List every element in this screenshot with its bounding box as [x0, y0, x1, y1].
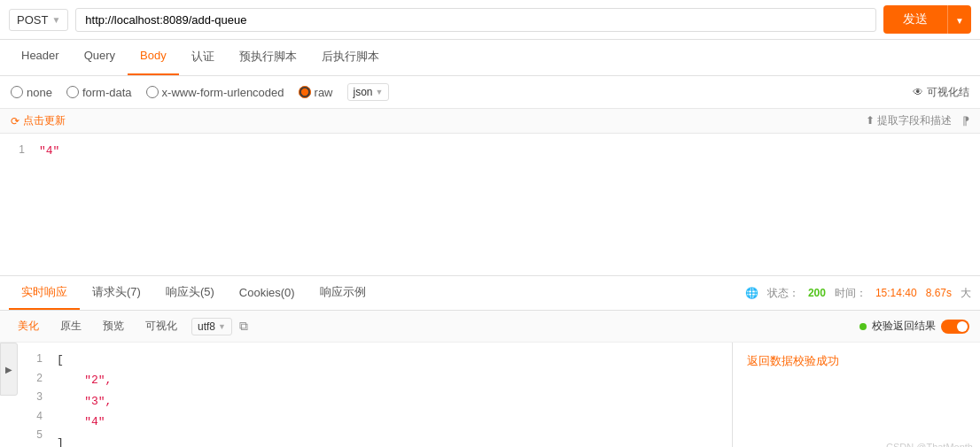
resp-line-num-4: 4: [25, 407, 43, 427]
nav-tabs: Header Query Body 认证 预执行脚本 后执行脚本: [0, 40, 980, 76]
validate-toggle: 校验返回结果: [859, 319, 969, 334]
tab-query[interactable]: Query: [72, 40, 128, 75]
response-status: 🌐 状态： 200 时间： 15:14:40 8.67s 大: [745, 286, 971, 301]
extract-button[interactable]: ⬆ 提取字段和描述: [866, 113, 952, 128]
size-unit: 大: [961, 286, 971, 301]
code-editor[interactable]: 1 "4": [0, 134, 980, 275]
time-label: 时间：: [835, 286, 867, 301]
radio-none-label: none: [27, 86, 52, 99]
collapse-button[interactable]: ▶: [0, 343, 18, 396]
method-selector[interactable]: POST ▼: [9, 9, 68, 31]
update-icon: ⟳: [11, 115, 19, 127]
radio-raw[interactable]: raw: [299, 86, 333, 99]
size-value: 8.67s: [926, 287, 952, 299]
top-bar: POST ▼ 发送 ▼: [0, 0, 980, 40]
json-chevron-icon: ▼: [376, 88, 384, 96]
send-dropdown-icon: ▼: [955, 16, 964, 26]
status-label: 状态：: [767, 286, 799, 301]
tab-request-headers[interactable]: 请求头(7): [80, 276, 153, 310]
resp-line-2: "2",: [57, 370, 725, 390]
format-icon[interactable]: ⁋: [962, 114, 969, 127]
response-area: 实时响应 请求头(7) 响应头(5) Cookies(0) 响应示例 🌐 状态：…: [0, 276, 980, 447]
response-body: ▶ 1 2 3 4 5 [ "2", "3", "4" ] 返回数据校验成功: [0, 343, 980, 447]
code-line-1: "4": [39, 141, 973, 161]
subtab-beautify[interactable]: 美化: [11, 316, 46, 336]
radio-urlencoded-input[interactable]: [146, 86, 159, 98]
json-label: json: [354, 86, 373, 98]
visualize-icon: 👁: [913, 86, 923, 98]
tab-body[interactable]: Body: [128, 40, 179, 75]
validate-toggle-switch[interactable]: [941, 320, 969, 334]
json-type-selector[interactable]: json ▼: [347, 83, 390, 101]
subtab-preview[interactable]: 预览: [96, 316, 131, 336]
send-button[interactable]: 发送: [883, 5, 947, 34]
resp-line-3: "3",: [57, 391, 725, 412]
update-button[interactable]: ⟳ 点击更新: [11, 113, 66, 128]
send-btn-group: 发送 ▼: [883, 5, 971, 34]
encoding-chevron-icon: ▼: [218, 322, 226, 331]
response-code-panel: 1 2 3 4 5 [ "2", "3", "4" ]: [18, 343, 732, 447]
response-subtabs: 美化 原生 预览 可视化 utf8 ▼ ⧉ 校验返回结果: [0, 311, 980, 343]
chevron-right-icon: ▶: [5, 365, 12, 374]
tab-response-headers[interactable]: 响应头(5): [153, 276, 227, 310]
tab-cookies[interactable]: Cookies(0): [227, 278, 307, 309]
extract-label: 提取字段和描述: [877, 114, 952, 127]
validate-label: 校验返回结果: [872, 319, 936, 334]
upload-icon: ⬆: [866, 114, 875, 127]
radio-form-data[interactable]: form-data: [66, 86, 132, 99]
resp-line-num-5: 5: [25, 426, 43, 445]
editor-area: ⟳ 点击更新 ⬆ 提取字段和描述 ⁋ 1 "4": [0, 109, 980, 276]
radio-none-input[interactable]: [11, 86, 23, 98]
editor-actions: ⬆ 提取字段和描述 ⁋: [866, 113, 969, 128]
method-chevron-icon: ▼: [51, 15, 60, 25]
tab-auth[interactable]: 认证: [179, 40, 227, 75]
tab-header[interactable]: Header: [9, 40, 72, 75]
tab-pre-script[interactable]: 预执行脚本: [227, 40, 309, 75]
radio-urlencoded[interactable]: x-www-form-urlencoded: [146, 86, 284, 99]
update-label: 点击更新: [23, 113, 66, 128]
watermark: CSDN @ThatMonth: [886, 440, 973, 447]
visualize-label: 可视化结: [927, 85, 969, 100]
method-label: POST: [17, 13, 48, 27]
response-right-panel: 返回数据校验成功 CSDN @ThatMonth: [732, 343, 980, 447]
tab-realtime[interactable]: 实时响应: [9, 276, 80, 310]
encoding-label: utf8: [198, 320, 215, 333]
radio-raw-input[interactable]: [299, 86, 311, 98]
code-content[interactable]: "4": [32, 141, 980, 268]
resp-line-5: ]: [57, 433, 725, 447]
body-options: none form-data x-www-form-urlencoded raw…: [0, 76, 980, 109]
visualize-button[interactable]: 👁 可视化结: [913, 85, 969, 100]
radio-urlencoded-label: x-www-form-urlencoded: [162, 86, 284, 99]
resp-line-1: [: [57, 350, 725, 370]
encoding-selector[interactable]: utf8 ▼: [191, 318, 232, 335]
url-input[interactable]: [75, 8, 876, 32]
subtab-visualize[interactable]: 可视化: [138, 316, 184, 336]
send-dropdown-button[interactable]: ▼: [947, 5, 971, 34]
validate-dot-icon: [859, 323, 867, 330]
line-number-1: 1: [7, 141, 25, 160]
editor-toolbar: ⟳ 点击更新 ⬆ 提取字段和描述 ⁋: [0, 109, 980, 134]
radio-form-data-label: form-data: [82, 86, 132, 99]
status-code: 200: [808, 287, 826, 299]
response-tabs: 实时响应 请求头(7) 响应头(5) Cookies(0) 响应示例 🌐 状态：…: [0, 276, 980, 311]
radio-none[interactable]: none: [11, 86, 52, 99]
response-code-content: [ "2", "3", "4" ]: [50, 350, 732, 447]
tab-post-script[interactable]: 后执行脚本: [309, 40, 392, 75]
resp-line-num-3: 3: [25, 388, 43, 407]
radio-form-data-input[interactable]: [66, 86, 79, 98]
line-numbers: 1: [0, 141, 32, 268]
tab-example[interactable]: 响应示例: [307, 276, 378, 310]
success-message: 返回数据校验成功: [747, 353, 966, 369]
time-value: 15:14:40: [875, 287, 917, 299]
copy-button[interactable]: ⧉: [239, 319, 248, 334]
response-line-numbers: 1 2 3 4 5: [18, 350, 50, 447]
subtab-raw[interactable]: 原生: [53, 316, 89, 336]
globe-icon: 🌐: [745, 287, 758, 299]
resp-line-4: "4": [57, 412, 725, 432]
resp-line-num-2: 2: [25, 369, 43, 389]
radio-raw-label: raw: [315, 86, 333, 99]
resp-line-num-1: 1: [25, 350, 43, 369]
